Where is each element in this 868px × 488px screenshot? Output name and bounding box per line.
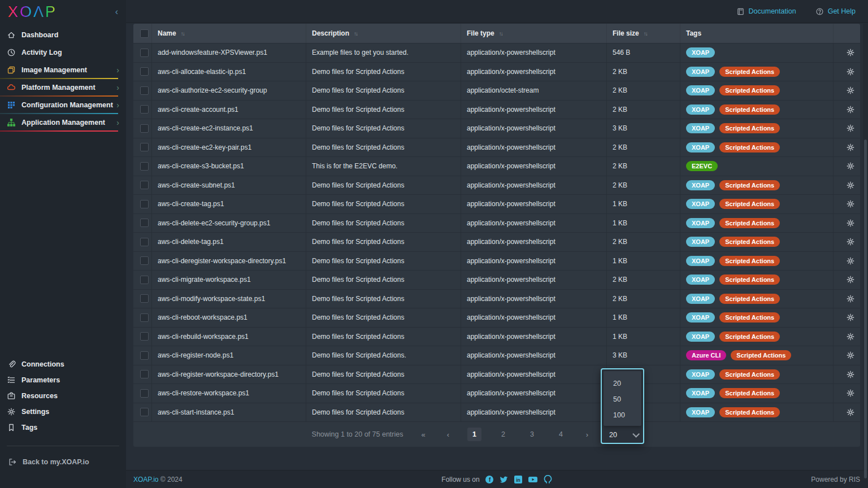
row-checkbox[interactable] xyxy=(140,351,149,360)
sidebar-item-dashboard[interactable]: Dashboard xyxy=(0,26,126,43)
gear-icon xyxy=(7,407,16,416)
row-checkbox[interactable] xyxy=(140,332,149,341)
tag-pill-scripted-actions: Scripted Actions xyxy=(719,312,780,323)
sort-icon[interactable]: ↑↓ xyxy=(354,30,357,37)
row-checkbox[interactable] xyxy=(140,256,149,265)
row-checkbox[interactable] xyxy=(140,276,149,284)
table-row: aws-cli-delete-tag.ps1 Demo files for Sc… xyxy=(133,232,860,251)
row-settings-gear-icon[interactable] xyxy=(846,143,855,152)
sort-icon[interactable]: ↑↓ xyxy=(181,30,184,37)
linkedin-icon[interactable]: in xyxy=(514,475,523,484)
youtube-icon[interactable] xyxy=(528,475,538,484)
select-all-checkbox[interactable] xyxy=(140,29,149,38)
tag-pill-xoap: XOAP xyxy=(686,294,715,304)
page-size-option-50[interactable]: 50 xyxy=(604,391,641,407)
row-settings-gear-icon[interactable] xyxy=(846,67,855,76)
row-settings-gear-icon[interactable] xyxy=(846,408,855,417)
row-settings-gear-icon[interactable] xyxy=(846,86,855,95)
documentation-link[interactable]: Documentation xyxy=(736,7,796,16)
footer-year: © 2024 xyxy=(160,476,183,483)
github-icon[interactable] xyxy=(543,475,553,484)
row-settings-gear-icon[interactable] xyxy=(846,181,855,190)
row-settings-gear-icon[interactable] xyxy=(846,237,855,246)
page-size-option-100[interactable]: 100 xyxy=(604,407,641,423)
sidebar-item-resources[interactable]: Resources xyxy=(0,388,126,404)
prev-page-button[interactable]: ‹ xyxy=(444,428,453,441)
page-number-3[interactable]: 3 xyxy=(525,428,539,441)
row-checkbox[interactable] xyxy=(140,105,149,114)
sort-icon[interactable]: ↑↓ xyxy=(499,30,502,37)
row-checkbox[interactable] xyxy=(140,294,149,303)
row-checkbox[interactable] xyxy=(140,162,149,171)
sidebar-item-activity-log[interactable]: Activity Log xyxy=(0,43,126,61)
row-settings-gear-icon[interactable] xyxy=(846,332,855,341)
cell-file-type: application/x-powershellscript xyxy=(461,195,606,213)
page-number-1[interactable]: 1 xyxy=(467,428,481,441)
sidebar-item-settings[interactable]: Settings xyxy=(0,404,126,420)
row-checkbox[interactable] xyxy=(140,219,149,227)
sidebar-main-nav: Dashboard Activity Log Image Management … xyxy=(0,26,126,131)
cell-actions xyxy=(833,138,860,157)
facebook-icon[interactable]: f xyxy=(485,475,494,484)
sidebar-item-tags[interactable]: Tags xyxy=(0,420,126,435)
row-settings-gear-icon[interactable] xyxy=(846,294,855,303)
row-settings-gear-icon[interactable] xyxy=(846,162,855,171)
get-help-link[interactable]: Get Help xyxy=(815,7,856,16)
row-checkbox-cell xyxy=(133,252,151,271)
twitter-icon[interactable] xyxy=(499,475,509,484)
footer-brand-link[interactable]: XOAP.io xyxy=(133,476,158,483)
cell-file-size: 2 KB xyxy=(606,157,680,176)
row-checkbox[interactable] xyxy=(140,370,149,378)
page-number-2[interactable]: 2 xyxy=(496,428,510,441)
row-settings-gear-icon[interactable] xyxy=(846,351,855,360)
page-size-dropdown[interactable]: 2050100 20 xyxy=(601,368,644,444)
sidebar-collapse-icon[interactable]: ‹ xyxy=(115,7,118,17)
sidebar-item-label: Connections xyxy=(21,360,64,368)
row-settings-gear-icon[interactable] xyxy=(846,105,855,114)
row-checkbox-cell xyxy=(133,346,151,365)
sidebar-item-configuration-management[interactable]: Configuration Management › xyxy=(0,96,126,114)
page-size-select[interactable]: 20 xyxy=(602,427,643,443)
back-to-myxoap-link[interactable]: Back to my.XOAP.io xyxy=(0,457,126,488)
row-settings-gear-icon[interactable] xyxy=(846,256,855,265)
row-settings-gear-icon[interactable] xyxy=(846,48,855,57)
row-checkbox[interactable] xyxy=(140,67,149,76)
row-settings-gear-icon[interactable] xyxy=(846,124,855,133)
row-settings-gear-icon[interactable] xyxy=(846,313,855,322)
sidebar-item-connections[interactable]: Connections xyxy=(0,356,126,372)
row-checkbox[interactable] xyxy=(140,389,149,398)
page-scrollbar[interactable] xyxy=(863,24,868,470)
row-checkbox[interactable] xyxy=(140,124,149,133)
main-content: Name ↑↓ Description ↑↓ File type ↑↓ File… xyxy=(126,24,868,470)
tag-pill-xoap: XOAP xyxy=(686,142,715,152)
scrollbar-thumb[interactable] xyxy=(864,140,867,478)
first-page-button[interactable]: « xyxy=(418,428,428,441)
page-number-4[interactable]: 4 xyxy=(554,428,568,441)
row-settings-gear-icon[interactable] xyxy=(846,199,855,208)
row-settings-gear-icon[interactable] xyxy=(846,275,855,284)
cell-file-size: 2 KB xyxy=(606,271,680,289)
next-page-button[interactable]: › xyxy=(583,428,592,441)
row-checkbox[interactable] xyxy=(140,408,149,416)
row-checkbox[interactable] xyxy=(140,143,149,151)
sidebar-item-parameters[interactable]: Parameters xyxy=(0,372,126,388)
row-checkbox[interactable] xyxy=(140,313,149,322)
row-checkbox[interactable] xyxy=(140,49,149,57)
sort-icon[interactable]: ↑↓ xyxy=(644,30,647,37)
table-body: add-windowsfeature-XPSViewer.ps1 Example… xyxy=(133,43,860,421)
table-row: aws-cli-start-instance.ps1 Demo files fo… xyxy=(133,403,860,422)
sidebar-item-platform-management[interactable]: Platform Management › xyxy=(0,79,126,96)
page-size-option-20[interactable]: 20 xyxy=(604,376,641,391)
sidebar-item-application-management[interactable]: Application Management › xyxy=(0,114,126,131)
sidebar-secondary-nav: Connections Parameters Resources Setting… xyxy=(0,356,126,435)
row-settings-gear-icon[interactable] xyxy=(846,370,855,379)
row-checkbox[interactable] xyxy=(140,181,149,189)
row-checkbox[interactable] xyxy=(140,86,149,95)
table-row: aws-cli-create-ec2-key-pair.ps1 Demo fil… xyxy=(133,138,860,157)
row-checkbox[interactable] xyxy=(140,238,149,246)
sidebar-item-image-management[interactable]: Image Management › xyxy=(0,61,126,79)
row-settings-gear-icon[interactable] xyxy=(846,389,855,398)
tag-pill-xoap: XOAP xyxy=(686,312,715,323)
row-settings-gear-icon[interactable] xyxy=(846,219,855,228)
row-checkbox[interactable] xyxy=(140,200,149,208)
